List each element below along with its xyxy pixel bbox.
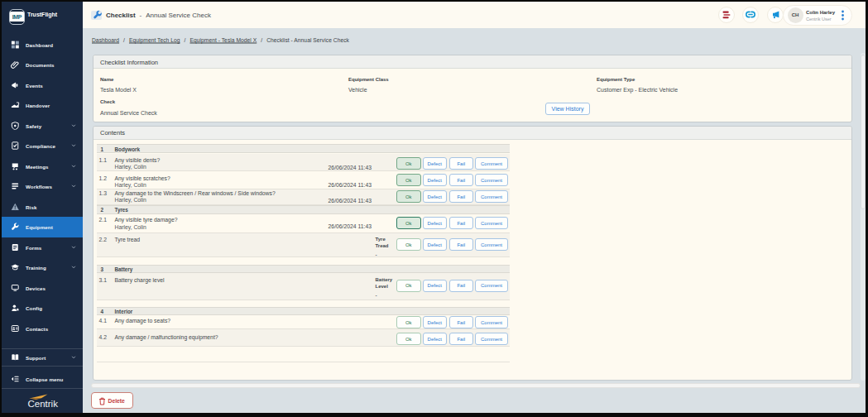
svg-text:Centrik: Centrik bbox=[28, 399, 59, 409]
